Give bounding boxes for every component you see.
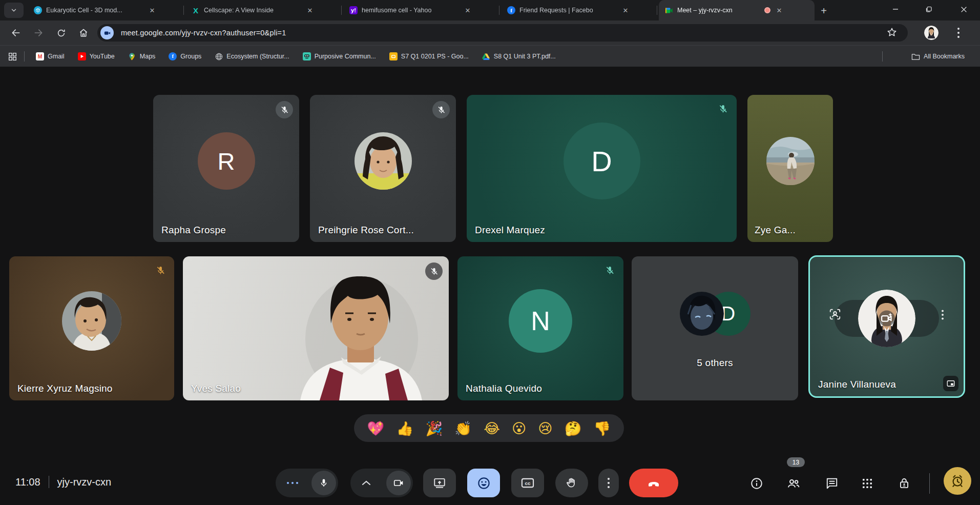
- profile-photo: [924, 26, 939, 40]
- forward-button[interactable]: [30, 24, 47, 42]
- divider: [882, 51, 883, 62]
- reaction-thumbs-down[interactable]: 👎: [594, 421, 611, 435]
- tab-cellscape[interactable]: X Cellscape: A View Inside ✕: [185, 0, 339, 21]
- raise-hand-button[interactable]: [555, 469, 588, 497]
- forward-icon: [33, 28, 44, 38]
- bookmark-gmail[interactable]: M Gmail: [36, 52, 65, 60]
- bookmarks-bar: M Gmail YouTube Maps f Groups Ecosystem …: [0, 45, 980, 67]
- participant-tile-zye[interactable]: Zye Ga...: [747, 95, 833, 242]
- people-panel-button[interactable]: [785, 475, 802, 492]
- bookmark-groups[interactable]: f Groups: [169, 52, 201, 60]
- more-options-button[interactable]: [598, 469, 619, 497]
- participant-tile-nathalia[interactable]: N Nathalia Quevido: [457, 256, 623, 400]
- participant-tile-drexel[interactable]: D Drexel Marquez: [467, 95, 737, 242]
- reactions-toggle-button[interactable]: [467, 469, 500, 497]
- tab-meet-active[interactable]: Meet – yjy-rvzv-cxn ✕: [659, 0, 815, 21]
- participant-name: Nathalia Quevido: [466, 383, 542, 394]
- reaction-tears-of-joy[interactable]: 😂: [484, 421, 500, 435]
- minimize-button[interactable]: [884, 0, 907, 18]
- reaction-party-popper[interactable]: 🎉: [425, 421, 443, 435]
- divider: [49, 476, 49, 488]
- bookmark-maps[interactable]: Maps: [128, 52, 156, 60]
- bookmark-s8-drive[interactable]: S8 Q1 Unit 3 PT.pdf...: [482, 52, 556, 60]
- tab-close-icon[interactable]: ✕: [775, 6, 784, 15]
- reaction-clapping-hands[interactable]: 👏: [454, 421, 472, 435]
- tab-title: hemifusome cell - Yahoo: [362, 7, 459, 14]
- framing-button[interactable]: [828, 308, 842, 321]
- reload-button[interactable]: [52, 24, 70, 42]
- meeting-details-button[interactable]: [748, 475, 765, 492]
- tab-close-icon[interactable]: ✕: [463, 6, 472, 15]
- others-group-tile[interactable]: D 5 others: [632, 256, 798, 400]
- captions-icon: cc: [520, 476, 535, 490]
- bookmark-star-button[interactable]: [886, 27, 898, 38]
- back-button[interactable]: [7, 24, 25, 42]
- bookmark-label: Gmail: [48, 53, 65, 60]
- chat-icon: [825, 477, 839, 490]
- tab-close-icon[interactable]: ✕: [305, 6, 315, 15]
- facebook-icon: f: [507, 6, 515, 14]
- timer-button[interactable]: [944, 467, 971, 495]
- bookmark-youtube[interactable]: YouTube: [78, 52, 115, 60]
- captions-button[interactable]: cc: [511, 469, 544, 497]
- browser-profile-avatar[interactable]: [924, 26, 939, 40]
- site-camera-chip[interactable]: [100, 26, 114, 39]
- present-button[interactable]: [423, 469, 456, 497]
- reaction-sparkling-heart[interactable]: 💖: [367, 421, 385, 435]
- facebook-icon: f: [169, 52, 177, 60]
- tab-eukaryotic-cell[interactable]: Eukaryotic Cell - 3D mod... ✕: [28, 0, 181, 21]
- all-bookmarks-button[interactable]: All Bookmarks: [911, 53, 965, 60]
- reaction-thumbs-up[interactable]: 👍: [397, 421, 414, 435]
- present-screen-icon: [433, 476, 446, 490]
- effects-button[interactable]: [878, 310, 895, 327]
- reaction-crying[interactable]: 😢: [538, 421, 552, 435]
- reaction-astonished[interactable]: 😮: [512, 421, 526, 435]
- tab-search-button[interactable]: [4, 3, 24, 18]
- bookmark-label: Purposive Commun...: [315, 53, 376, 60]
- drive-icon: [482, 52, 490, 60]
- url-text[interactable]: meet.google.com/yjy-rvzv-cxn?authuser=0&…: [121, 29, 286, 37]
- participant-tile-rapha[interactable]: R Rapha Grospe: [153, 95, 299, 242]
- bookmark-s7-slides[interactable]: S7 Q1 0201 PS - Goo...: [389, 52, 469, 60]
- mic-button[interactable]: [311, 471, 336, 495]
- browser-menu-button[interactable]: [954, 26, 963, 39]
- bookmark-label: S7 Q1 0201 PS - Goo...: [401, 53, 469, 60]
- participant-tile-preihgrie[interactable]: Preihgrie Rose Cort...: [310, 95, 456, 242]
- camera-button[interactable]: [386, 471, 411, 495]
- tab-hemifusome[interactable]: y! hemifusome cell - Yahoo ✕: [343, 0, 497, 21]
- tab-close-icon[interactable]: ✕: [621, 6, 630, 15]
- videocam-icon: [393, 477, 404, 489]
- close-window-button[interactable]: [952, 0, 975, 18]
- back-icon: [11, 28, 21, 38]
- maps-pin-icon: [128, 52, 136, 60]
- new-tab-button[interactable]: +: [817, 4, 831, 18]
- reaction-thinking[interactable]: 🤔: [565, 421, 582, 435]
- self-tile-janine[interactable]: Janine Villanueva: [808, 255, 965, 398]
- chat-panel-button[interactable]: [823, 475, 841, 492]
- bookmark-ecosystem[interactable]: Ecosystem (Structur...: [215, 52, 289, 60]
- activities-button[interactable]: [859, 475, 876, 492]
- participant-tile-yves-video[interactable]: Yves Salao: [183, 256, 449, 400]
- tab-close-icon[interactable]: ✕: [148, 6, 157, 15]
- clock-time: 11:08: [15, 476, 40, 488]
- maximize-button[interactable]: [917, 0, 941, 18]
- tab-facebook[interactable]: f Friend Requests | Facebo ✕: [501, 0, 655, 21]
- host-controls-button[interactable]: [895, 475, 913, 492]
- side-panel-grid-button[interactable]: [8, 52, 17, 61]
- participant-tile-kierre[interactable]: Kierre Xyruz Magsino: [9, 256, 174, 400]
- bookmark-purposive[interactable]: Purposive Commun...: [303, 52, 376, 60]
- picture-in-picture-button[interactable]: [943, 376, 958, 391]
- camera-control[interactable]: [350, 469, 413, 497]
- google-meet-icon: [665, 6, 673, 14]
- home-button[interactable]: [75, 24, 92, 42]
- end-call-button[interactable]: [629, 469, 678, 497]
- others-count-label: 5 others: [697, 357, 733, 369]
- audio-options-dots-icon: [286, 481, 299, 485]
- address-bar[interactable]: meet.google.com/yjy-rvzv-cxn?authuser=0&…: [97, 24, 908, 42]
- meeting-info: 11:08 yjy-rvzv-cxn: [15, 476, 111, 488]
- tab-title: Cellscape: A View Inside: [204, 7, 301, 14]
- mic-control[interactable]: [276, 469, 338, 497]
- self-tile-more-button[interactable]: [939, 309, 946, 320]
- three-dots-vertical-icon: [954, 26, 963, 39]
- slides-icon: [389, 52, 398, 60]
